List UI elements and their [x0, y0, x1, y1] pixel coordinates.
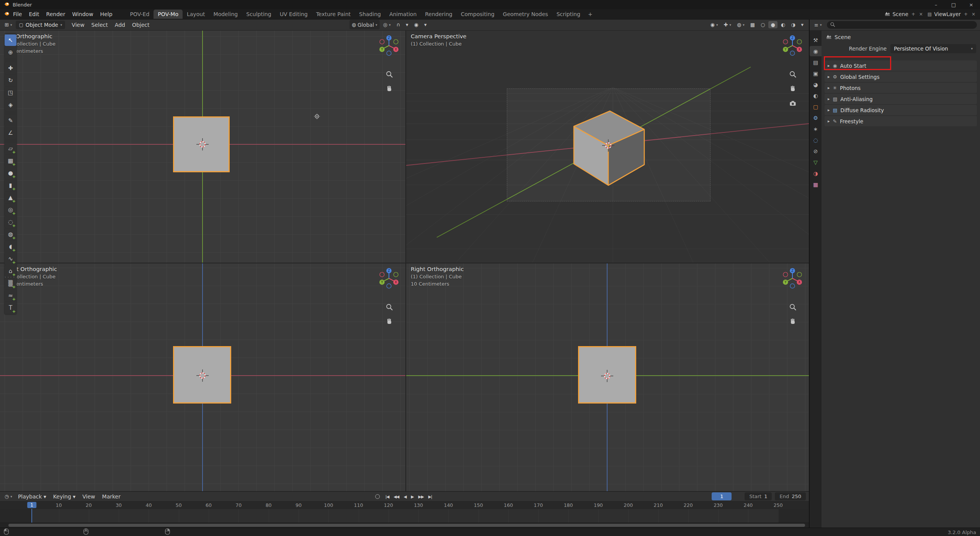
add-workspace-button[interactable]: +	[585, 10, 596, 18]
annotate-tool[interactable]: ✎	[5, 115, 16, 126]
current-frame-field[interactable]: 1	[712, 492, 732, 500]
viewport-camera-perspective[interactable]: Camera Perspective (1) Collection | Cube…	[406, 31, 809, 263]
viewport-right-orthographic[interactable]: Right Orthographic (1) Collection | Cube…	[406, 263, 809, 491]
cube-object[interactable]	[173, 346, 231, 404]
select-box-tool[interactable]: ↖	[5, 34, 16, 46]
workspace-tab-uv-editing[interactable]: UV Editing	[276, 10, 312, 19]
add-cylinder-tool[interactable]: ▮+	[5, 180, 16, 191]
blender-menu-icon[interactable]	[3, 10, 10, 18]
shading-solid[interactable]: ●	[768, 21, 777, 28]
shading-material[interactable]: ◐	[779, 21, 787, 28]
timeline-ruler[interactable]: 1020304050607080901001101201301401501601…	[0, 502, 809, 510]
previous-keyframe-button[interactable]: ◀◀	[392, 494, 401, 500]
output-properties-tab[interactable]: ▤	[810, 57, 822, 67]
scale-tool[interactable]: ◳	[5, 87, 16, 98]
menu-marker[interactable]: Marker	[99, 494, 124, 500]
timeline-scrollbar-thumb[interactable]	[8, 524, 805, 527]
rotate-tool[interactable]: ↻	[5, 75, 16, 86]
cube-object[interactable]	[578, 346, 636, 404]
add-sphere-tool[interactable]: ●+	[5, 167, 16, 179]
light-object[interactable]	[314, 113, 320, 120]
workspace-tab-sculpting[interactable]: Sculpting	[242, 10, 275, 19]
editor-type-button[interactable]: ⊞ ▾	[2, 21, 14, 28]
panel-freestyle[interactable]: ▸✎Freestyle	[825, 116, 977, 126]
minimize-button[interactable]: –	[927, 0, 945, 9]
show-gizmo[interactable]: ✚▾	[721, 21, 733, 28]
transform-pivot-point[interactable]: ◎▾	[381, 21, 393, 28]
viewport-splitter-horizontal[interactable]	[0, 263, 809, 263]
menu-view[interactable]: View	[79, 494, 98, 500]
timeline-editor-type-button[interactable]: ◷ ▾	[2, 493, 15, 500]
viewport-top-orthographic[interactable]: Top Orthographic (1) Collection | Cube 1…	[0, 31, 405, 263]
workspace-tab-shading[interactable]: Shading	[355, 10, 385, 19]
view-layer-selector[interactable]: ▤ ViewLayer + ×	[928, 11, 976, 17]
next-keyframe-button[interactable]: ▶▶	[416, 494, 426, 500]
world-properties-tab[interactable]: ◐	[810, 90, 822, 101]
camera-frame[interactable]	[507, 88, 710, 201]
modifiers-properties-tab[interactable]: ⚙	[810, 113, 822, 123]
move-tool[interactable]: ✚	[5, 62, 16, 74]
shading-options[interactable]: ▾	[799, 21, 806, 28]
add-plane-tool[interactable]: ▱+	[5, 143, 16, 154]
properties-search-input[interactable]	[838, 22, 974, 28]
zoom-icon[interactable]	[385, 303, 393, 312]
timeline-scrollbar[interactable]	[0, 523, 809, 528]
play-button[interactable]: ▶	[409, 494, 416, 500]
navigation-gizmo[interactable]: Z X Y	[781, 34, 804, 57]
play-reverse-button[interactable]: ◀	[402, 494, 408, 500]
menu-window[interactable]: Window	[69, 11, 96, 17]
workspace-tab-scripting[interactable]: Scripting	[552, 10, 585, 19]
cursor-tool[interactable]: ⊕	[5, 47, 16, 58]
close-button[interactable]: ×	[962, 0, 980, 9]
remove-view-layer-button[interactable]: ×	[971, 11, 976, 17]
workspace-tab-layout[interactable]: Layout	[183, 10, 209, 19]
unlink-scene-button[interactable]: ×	[918, 11, 924, 17]
camera-view-icon[interactable]	[789, 100, 797, 109]
workspace-tab-compositing[interactable]: Compositing	[457, 10, 499, 19]
menu-edit[interactable]: Edit	[25, 11, 42, 17]
add-spline-tool[interactable]: ≈+	[5, 290, 16, 301]
viewport-splitter-vertical[interactable]	[405, 31, 406, 491]
show-overlays[interactable]: ◍▾	[735, 21, 747, 28]
measure-tool[interactable]: ∠	[5, 127, 16, 139]
view-layer-properties-tab[interactable]: ▣	[810, 68, 822, 78]
menu-add[interactable]: Add	[111, 22, 129, 28]
workspace-tab-texture-paint[interactable]: Texture Paint	[312, 10, 355, 19]
properties-editor-type-button[interactable]: ≡ ▾	[812, 21, 824, 29]
add-cone-tool[interactable]: ▲+	[5, 192, 16, 203]
render-engine-dropdown[interactable]: Persistence Of Vision ▾	[890, 44, 976, 53]
timeline-body[interactable]: 1020304050607080901001101201301401501601…	[0, 502, 809, 523]
workspace-tab-modeling[interactable]: Modeling	[209, 10, 242, 19]
texture-properties-tab[interactable]: ▦	[810, 179, 822, 190]
snapping-toggle[interactable]: ∩	[394, 21, 402, 28]
panel-anti-aliasing[interactable]: ▸▧Anti-Aliasing	[825, 94, 977, 104]
render-properties-tab[interactable]: ◉	[810, 46, 822, 56]
panel-auto-start[interactable]: ▸◉Auto Start	[825, 60, 977, 71]
viewport-front-orthographic[interactable]: Front Orthographic (1) Collection | Cube…	[0, 263, 405, 491]
transform-tool[interactable]: ◈	[5, 99, 16, 111]
new-view-layer-button[interactable]: +	[963, 11, 969, 17]
add-heightfield-tool[interactable]: ▒+	[5, 278, 16, 289]
panel-photons[interactable]: ▸✳Photons	[825, 83, 977, 93]
shading-rendered[interactable]: ◑	[789, 21, 797, 28]
workspace-tab-pov-mo[interactable]: POV-Mo	[154, 10, 183, 19]
pan-hand-icon[interactable]	[385, 318, 393, 327]
add-superellipsoid-tool[interactable]: ◖+	[5, 241, 16, 252]
zoom-icon[interactable]	[789, 70, 797, 80]
proportional-editing[interactable]: ◉	[412, 21, 421, 28]
add-lathe-tool[interactable]: ∿+	[5, 253, 16, 265]
properties-search[interactable]	[827, 21, 977, 29]
workspace-tab-animation[interactable]: Animation	[385, 10, 421, 19]
physics-properties-tab[interactable]: ◌	[810, 135, 822, 145]
menu-select[interactable]: Select	[88, 22, 111, 28]
maximize-button[interactable]: □	[945, 0, 962, 9]
new-scene-button[interactable]: +	[911, 11, 916, 17]
particles-properties-tab[interactable]: ∗	[810, 124, 822, 134]
snapping-options[interactable]: ▾	[403, 21, 411, 28]
auto-keying-toggle[interactable]	[375, 494, 380, 499]
shading-wireframe[interactable]: ○	[758, 21, 767, 28]
pan-hand-icon[interactable]	[385, 85, 393, 94]
add-isosurface-tool[interactable]: ◍+	[5, 229, 16, 240]
jump-to-end-button[interactable]: ▶|	[426, 494, 434, 500]
panel-global-settings[interactable]: ▸⚙Global Settings	[825, 72, 977, 82]
